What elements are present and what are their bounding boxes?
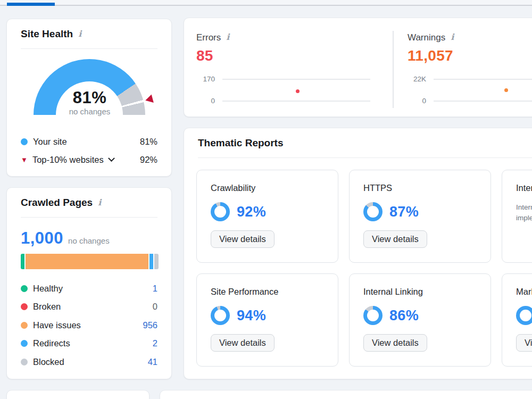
legend-row-have-issues: Have issues 956 [21, 316, 157, 335]
legend-value: 92% [140, 155, 157, 165]
bar-segment-healthy [21, 254, 24, 269]
crawled-pages-stacked-bar [21, 254, 159, 269]
divider [393, 31, 394, 108]
legend-count-link[interactable]: 2 [153, 338, 157, 348]
legend-label: Broken [33, 302, 61, 312]
report-title: Markup [516, 287, 532, 297]
thematic-reports-title: Thematic Reports [198, 137, 283, 149]
legend-count-link[interactable]: 41 [148, 357, 157, 367]
score-donut-icon [516, 306, 532, 325]
report-title: Internal Linking [363, 287, 477, 297]
errors-block: Errorsi 85 170 0 [196, 18, 383, 117]
info-icon[interactable]: i [98, 197, 101, 207]
view-details-button[interactable]: View details [211, 334, 275, 352]
warnings-count[interactable]: 11,057 [408, 47, 532, 64]
legend-value: 81% [140, 137, 157, 147]
legend-label: Your site [33, 137, 67, 147]
report-card-markup: Markup View details [502, 273, 532, 367]
warnings-title: Warningsi [408, 18, 532, 43]
report-card-international-seo: International SEO International SEO is n… [502, 170, 532, 263]
report-card-https: HTTPS 87% View details [349, 170, 491, 263]
info-icon[interactable]: i [226, 32, 229, 42]
warnings-data-point [504, 88, 508, 92]
red-dot-icon [21, 303, 28, 310]
legend-label: Blocked [33, 357, 64, 367]
axis-max-label: 170 [196, 75, 215, 83]
legend-count-link[interactable]: 956 [143, 320, 157, 330]
legend-row-your-site: Your site 81% [21, 132, 157, 151]
legend-count-link[interactable]: 1 [153, 284, 157, 294]
warnings-block: Warningsi 11,057 22K 0 [408, 18, 532, 117]
legend-label: Redirects [33, 338, 70, 348]
report-title: Crawlability [211, 183, 324, 193]
report-card-crawlability: Crawlability 92% View details [196, 170, 338, 263]
divider [198, 157, 532, 158]
report-score: 92% [237, 204, 266, 220]
report-card-site-performance: Site Performance 94% View details [196, 273, 338, 367]
score-donut-icon [363, 306, 383, 325]
errors-sparkline: 170 0 [196, 75, 370, 102]
legend-count: 0 [153, 302, 157, 312]
orange-dot-icon [21, 322, 28, 329]
view-details-button[interactable]: View details [211, 230, 275, 248]
report-title: International SEO [516, 183, 532, 193]
gridline [434, 101, 532, 102]
errors-data-point [296, 89, 300, 93]
gridline [222, 101, 370, 102]
axis-max-label: 22K [408, 75, 426, 83]
report-title: Site Performance [211, 287, 324, 297]
green-dot-icon [21, 285, 28, 292]
report-score: 86% [389, 307, 419, 324]
crawled-pages-card: Crawled Pagesi 1,000 no changes Healthy … [6, 187, 172, 379]
legend-row-blocked: Blocked 41 [21, 353, 157, 371]
site-health-value: 81% [7, 88, 172, 107]
bar-segment-have-issues [26, 254, 148, 269]
gridline [222, 79, 370, 80]
legend-label: Healthy [33, 284, 63, 294]
gray-dot-icon [21, 359, 28, 365]
legend-row-benchmark: ▼ Top-10% websites 92% [21, 151, 157, 169]
view-details-button[interactable]: View details [363, 230, 427, 248]
blue-dot-icon [21, 138, 28, 145]
crawled-pages-legend: Healthy 1 Broken 0 Have issues 956 Redir… [21, 279, 157, 371]
report-card-internal-linking: Internal Linking 86% View details [349, 273, 491, 367]
blue-dot-icon [21, 340, 28, 347]
divider [21, 48, 157, 49]
thematic-reports-card: Thematic Reports Crawlability 92% View d… [184, 128, 532, 379]
divider [21, 217, 157, 218]
axis-min-label: 0 [196, 97, 215, 105]
view-details-button[interactable]: View details [363, 334, 427, 352]
errors-title: Errorsi [196, 18, 383, 43]
legend-row-redirects: Redirects 2 [21, 335, 157, 353]
view-details-button[interactable]: View details [516, 334, 532, 352]
errors-warnings-card: Errorsi 85 170 0 Warningsi 11,057 22K 0 [184, 18, 532, 117]
next-card-right [160, 390, 532, 399]
report-score: 94% [237, 307, 266, 324]
crawled-pages-change: no changes [68, 236, 110, 245]
site-health-card: Site Healthi 81% no changes Your site 81… [6, 19, 172, 177]
red-triangle-icon: ▼ [21, 156, 28, 164]
legend-label: Top-10% websites [32, 155, 104, 165]
legend-row-healthy: Healthy 1 [21, 279, 157, 298]
crawled-pages-total: 1,000 [21, 229, 63, 248]
score-donut-icon [363, 202, 383, 221]
site-health-title: Site Health [21, 28, 73, 40]
legend-row-broken: Broken 0 [21, 298, 157, 317]
bar-segment-blocked [154, 254, 159, 269]
errors-count[interactable]: 85 [196, 47, 383, 64]
report-title: HTTPS [363, 183, 477, 193]
active-tab-indicator[interactable] [7, 3, 55, 6]
score-donut-icon [211, 202, 230, 221]
bar-segment-redirects [149, 254, 153, 269]
warnings-sparkline: 22K 0 [408, 75, 532, 102]
info-icon[interactable]: i [78, 29, 81, 39]
report-description: International SEO is not implemented on … [516, 202, 532, 223]
info-icon[interactable]: i [451, 32, 454, 42]
chevron-down-icon[interactable] [108, 155, 115, 162]
tab-bar [0, 0, 532, 6]
crawled-pages-title: Crawled Pages [21, 197, 93, 209]
legend-label: Have issues [33, 320, 81, 330]
site-health-change: no changes [7, 107, 172, 116]
report-score: 87% [389, 204, 419, 220]
gridline [434, 79, 532, 80]
